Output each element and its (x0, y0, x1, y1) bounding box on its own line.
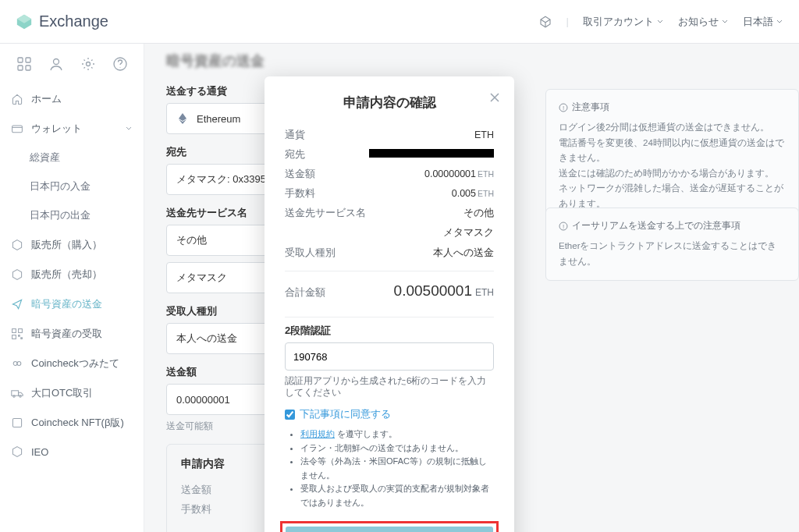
terms-link[interactable]: 利用規約 (300, 429, 335, 438)
tfa-input[interactable] (285, 342, 494, 371)
modal-title: 申請内容の確認 (285, 94, 494, 112)
modal-row-recipient: 受取人種別本人への送金 (285, 239, 494, 263)
terms-item-3: 受取人および受取人の実質的支配者が規制対象者ではありません。 (300, 482, 494, 509)
modal-total: 合計金額 0.00500001ETH (285, 278, 494, 309)
submit-highlight: 申込みを確定する (280, 521, 499, 532)
tfa-label: 2段階認証 (285, 324, 494, 338)
agree-checkbox[interactable] (285, 410, 295, 420)
modal-row-fee: 手数料0.005ETH (285, 184, 494, 204)
modal-row-service2: メタマスク (285, 223, 494, 239)
confirm-modal: 申請内容の確認 通貨ETH 宛先 送金額0.00000001ETH 手数料0.0… (265, 76, 514, 532)
terms-list: 利用規約 を遵守します。 イラン・北朝鮮への送金ではありません。 法令等（外為法… (289, 427, 494, 510)
terms-item-1: イラン・北朝鮮への送金ではありません。 (300, 442, 494, 456)
modal-row-currency: 通貨ETH (285, 126, 494, 145)
agree-checkbox-row[interactable]: 下記事項に同意する (285, 408, 494, 421)
close-icon[interactable] (488, 90, 502, 108)
modal-divider (285, 271, 494, 271)
modal-row-service: 送金先サービス名その他 (285, 204, 494, 223)
modal-row-addr: 宛先 (285, 145, 494, 165)
redacted-address (369, 149, 494, 158)
agree-link[interactable]: 下記事項に同意する (300, 408, 391, 421)
terms-item-2: 法令等（外為法・米国OFAC等）の規制に抵触しません。 (300, 455, 494, 482)
terms-item-0: 利用規約 を遵守します。 (300, 427, 494, 442)
modal-row-amount: 送金額0.00000001ETH (285, 165, 494, 184)
modal-divider-2 (285, 317, 494, 317)
confirm-submit-button[interactable]: 申込みを確定する (286, 527, 493, 532)
tfa-help: 認証用アプリから生成された6桁のコードを入力してください (285, 375, 494, 399)
